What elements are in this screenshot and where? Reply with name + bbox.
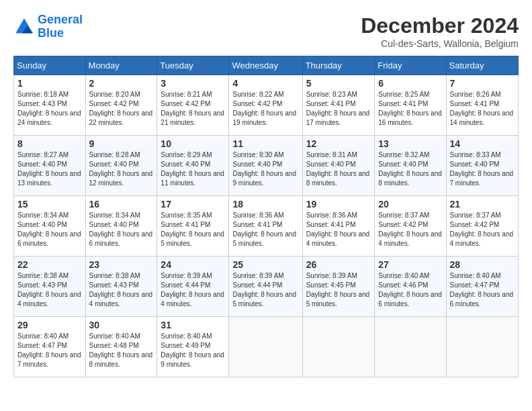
calendar-cell: 5 Sunrise: 8:23 AM Sunset: 4:41 PM Dayli…	[302, 75, 375, 136]
day-number: 30	[89, 320, 154, 330]
day-number: 4	[232, 78, 298, 89]
day-info: Sunrise: 8:34 AM Sunset: 4:40 PM Dayligh…	[17, 211, 82, 248]
calendar-cell: 21 Sunrise: 8:37 AM Sunset: 4:42 PM Dayl…	[446, 196, 518, 257]
calendar-cell: 6 Sunrise: 8:25 AM Sunset: 4:41 PM Dayli…	[375, 75, 446, 136]
day-info: Sunrise: 8:21 AM Sunset: 4:42 PM Dayligh…	[161, 90, 225, 128]
calendar-cell: 24 Sunrise: 8:39 AM Sunset: 4:44 PM Dayl…	[157, 257, 229, 317]
weekday-header-monday: Monday	[85, 56, 157, 75]
day-info: Sunrise: 8:40 AM Sunset: 4:48 PM Dayligh…	[89, 332, 154, 369]
weekday-header-tuesday: Tuesday	[157, 56, 229, 75]
day-info: Sunrise: 8:38 AM Sunset: 4:43 PM Dayligh…	[17, 271, 82, 309]
calendar-cell: 26 Sunrise: 8:39 AM Sunset: 4:45 PM Dayl…	[302, 257, 375, 317]
day-number: 3	[161, 78, 225, 89]
day-info: Sunrise: 8:31 AM Sunset: 4:40 PM Dayligh…	[306, 150, 371, 188]
day-number: 27	[378, 259, 442, 270]
calendar-cell: 17 Sunrise: 8:35 AM Sunset: 4:41 PM Dayl…	[157, 196, 229, 257]
day-number: 20	[378, 199, 442, 210]
logo: General Blue	[13, 13, 83, 40]
day-info: Sunrise: 8:35 AM Sunset: 4:41 PM Dayligh…	[161, 211, 225, 248]
day-info: Sunrise: 8:34 AM Sunset: 4:40 PM Dayligh…	[89, 211, 154, 248]
title-section: December 2024 Cul-des-Sarts, Wallonia, B…	[361, 13, 519, 49]
day-info: Sunrise: 8:29 AM Sunset: 4:40 PM Dayligh…	[161, 150, 225, 188]
day-number: 1	[17, 78, 82, 89]
day-info: Sunrise: 8:39 AM Sunset: 4:44 PM Dayligh…	[161, 271, 225, 309]
day-info: Sunrise: 8:40 AM Sunset: 4:47 PM Dayligh…	[17, 332, 82, 369]
day-info: Sunrise: 8:37 AM Sunset: 4:42 PM Dayligh…	[378, 211, 442, 248]
calendar-cell	[375, 317, 446, 377]
day-info: Sunrise: 8:39 AM Sunset: 4:45 PM Dayligh…	[306, 271, 371, 309]
weekday-header-wednesday: Wednesday	[229, 56, 302, 75]
calendar-cell: 19 Sunrise: 8:36 AM Sunset: 4:41 PM Dayl…	[302, 196, 375, 257]
day-info: Sunrise: 8:39 AM Sunset: 4:44 PM Dayligh…	[232, 271, 298, 309]
calendar-cell: 13 Sunrise: 8:32 AM Sunset: 4:40 PM Dayl…	[375, 136, 446, 196]
day-number: 6	[378, 78, 442, 89]
location-subtitle: Cul-des-Sarts, Wallonia, Belgium	[361, 38, 519, 49]
weekday-header-row: SundayMondayTuesdayWednesdayThursdayFrid…	[14, 56, 519, 75]
calendar-week-5: 29 Sunrise: 8:40 AM Sunset: 4:47 PM Dayl…	[14, 317, 519, 377]
day-number: 31	[161, 320, 225, 330]
calendar-week-3: 15 Sunrise: 8:34 AM Sunset: 4:40 PM Dayl…	[14, 196, 519, 257]
day-info: Sunrise: 8:22 AM Sunset: 4:42 PM Dayligh…	[232, 90, 298, 128]
logo-text: General Blue	[38, 13, 83, 40]
day-info: Sunrise: 8:36 AM Sunset: 4:41 PM Dayligh…	[232, 211, 298, 248]
day-info: Sunrise: 8:32 AM Sunset: 4:40 PM Dayligh…	[378, 150, 442, 188]
day-number: 19	[306, 199, 371, 210]
day-number: 2	[89, 78, 154, 89]
day-number: 7	[450, 78, 515, 89]
day-number: 25	[232, 259, 298, 270]
day-number: 5	[306, 78, 371, 89]
day-number: 11	[232, 138, 298, 149]
calendar-cell: 29 Sunrise: 8:40 AM Sunset: 4:47 PM Dayl…	[14, 317, 86, 377]
calendar-cell: 14 Sunrise: 8:33 AM Sunset: 4:40 PM Dayl…	[446, 136, 518, 196]
calendar-cell: 2 Sunrise: 8:20 AM Sunset: 4:42 PM Dayli…	[85, 75, 157, 136]
calendar-cell: 8 Sunrise: 8:27 AM Sunset: 4:40 PM Dayli…	[14, 136, 86, 196]
day-number: 14	[450, 138, 515, 149]
calendar-table: SundayMondayTuesdayWednesdayThursdayFrid…	[13, 56, 519, 377]
calendar-week-1: 1 Sunrise: 8:18 AM Sunset: 4:43 PM Dayli…	[14, 75, 519, 136]
day-number: 22	[17, 259, 82, 270]
day-info: Sunrise: 8:20 AM Sunset: 4:42 PM Dayligh…	[89, 90, 154, 128]
day-number: 8	[17, 138, 82, 149]
day-number: 13	[378, 138, 442, 149]
day-number: 16	[89, 199, 154, 210]
logo-icon	[13, 16, 35, 38]
weekday-header-saturday: Saturday	[446, 56, 518, 75]
calendar-cell: 1 Sunrise: 8:18 AM Sunset: 4:43 PM Dayli…	[14, 75, 86, 136]
calendar-cell: 12 Sunrise: 8:31 AM Sunset: 4:40 PM Dayl…	[302, 136, 375, 196]
weekday-header-friday: Friday	[375, 56, 446, 75]
day-number: 26	[306, 259, 371, 270]
day-number: 23	[89, 259, 154, 270]
calendar-cell: 3 Sunrise: 8:21 AM Sunset: 4:42 PM Dayli…	[157, 75, 229, 136]
calendar-cell: 28 Sunrise: 8:40 AM Sunset: 4:47 PM Dayl…	[446, 257, 518, 317]
calendar-cell	[302, 317, 375, 377]
page-header: General Blue December 2024 Cul-des-Sarts…	[13, 13, 519, 49]
day-info: Sunrise: 8:26 AM Sunset: 4:41 PM Dayligh…	[450, 90, 515, 128]
weekday-header-sunday: Sunday	[14, 56, 86, 75]
calendar-cell: 9 Sunrise: 8:28 AM Sunset: 4:40 PM Dayli…	[85, 136, 157, 196]
day-number: 12	[306, 138, 371, 149]
day-number: 15	[17, 199, 82, 210]
calendar-cell: 30 Sunrise: 8:40 AM Sunset: 4:48 PM Dayl…	[85, 317, 157, 377]
day-number: 28	[450, 259, 515, 270]
calendar-cell: 22 Sunrise: 8:38 AM Sunset: 4:43 PM Dayl…	[14, 257, 86, 317]
day-info: Sunrise: 8:36 AM Sunset: 4:41 PM Dayligh…	[306, 211, 371, 248]
calendar-cell: 16 Sunrise: 8:34 AM Sunset: 4:40 PM Dayl…	[85, 196, 157, 257]
calendar-cell: 31 Sunrise: 8:40 AM Sunset: 4:49 PM Dayl…	[157, 317, 229, 377]
day-info: Sunrise: 8:30 AM Sunset: 4:40 PM Dayligh…	[232, 150, 298, 188]
calendar-cell: 15 Sunrise: 8:34 AM Sunset: 4:40 PM Dayl…	[14, 196, 86, 257]
day-info: Sunrise: 8:25 AM Sunset: 4:41 PM Dayligh…	[378, 90, 442, 128]
calendar-cell: 18 Sunrise: 8:36 AM Sunset: 4:41 PM Dayl…	[229, 196, 302, 257]
calendar-cell: 10 Sunrise: 8:29 AM Sunset: 4:40 PM Dayl…	[157, 136, 229, 196]
calendar-cell	[446, 317, 518, 377]
calendar-cell: 27 Sunrise: 8:40 AM Sunset: 4:46 PM Dayl…	[375, 257, 446, 317]
day-number: 10	[161, 138, 225, 149]
month-title: December 2024	[361, 13, 519, 38]
calendar-cell: 11 Sunrise: 8:30 AM Sunset: 4:40 PM Dayl…	[229, 136, 302, 196]
day-info: Sunrise: 8:40 AM Sunset: 4:49 PM Dayligh…	[161, 332, 225, 369]
day-info: Sunrise: 8:28 AM Sunset: 4:40 PM Dayligh…	[89, 150, 154, 188]
day-number: 18	[232, 199, 298, 210]
calendar-cell: 7 Sunrise: 8:26 AM Sunset: 4:41 PM Dayli…	[446, 75, 518, 136]
day-info: Sunrise: 8:27 AM Sunset: 4:40 PM Dayligh…	[17, 150, 82, 188]
calendar-cell	[229, 317, 302, 377]
day-info: Sunrise: 8:40 AM Sunset: 4:46 PM Dayligh…	[378, 271, 442, 309]
